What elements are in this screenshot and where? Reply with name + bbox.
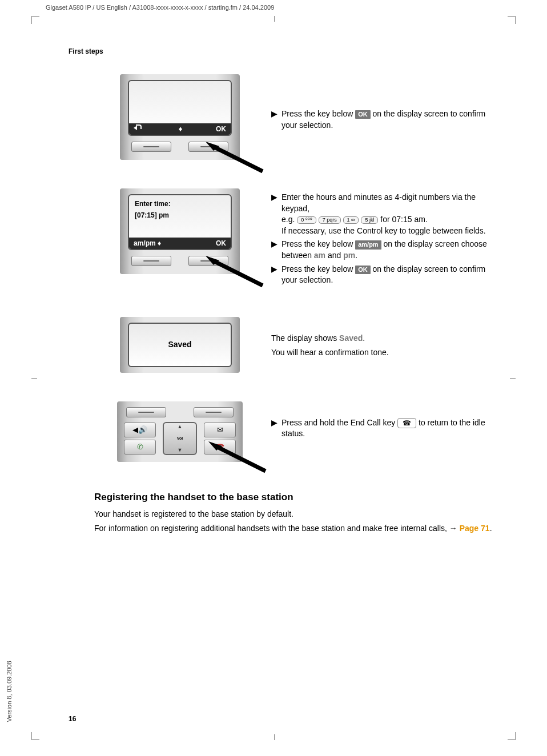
text: e.g.: [281, 215, 297, 224]
phone-screen: Enter time: [07:15] pm am/pm ♦ OK: [128, 194, 232, 250]
end-call-icon: ☎: [397, 418, 416, 429]
step-row: ♦ OK ▶ Press the key below OK on the dis…: [100, 74, 494, 160]
speaker-key: ◀🔊: [124, 423, 156, 437]
crop-mark: [31, 16, 39, 24]
screen-line: Enter time:: [131, 198, 228, 211]
instruction: ▶ Enter the hours and minutes as 4-digit…: [271, 192, 494, 236]
version-label: Version 8, 03.09.2008: [5, 661, 14, 722]
text: Press the key below: [281, 239, 355, 248]
phone-screen: Saved: [128, 323, 232, 367]
running-head: First steps: [69, 47, 103, 57]
text: for 07:15 am.: [380, 215, 428, 224]
instruction: ▶ Press the key below am/pm on the displ…: [271, 239, 494, 261]
bullet-icon: ▶: [271, 239, 281, 261]
step-row: Enter time: [07:15] pm am/pm ♦ OK: [100, 188, 494, 288]
phone-illustration: ♦ OK: [120, 74, 240, 160]
nav-key: ▲ Vol ▼: [163, 422, 197, 455]
crop-mark: [508, 732, 516, 740]
phone-illustration: Saved: [120, 317, 240, 373]
soft-key-left: [126, 407, 166, 417]
softkey-bar: ♦ OK: [129, 123, 231, 135]
text: Enter the hours and minutes as 4-digit n…: [281, 192, 476, 213]
bullet-icon: ▶: [271, 417, 281, 440]
soft-key-right: [194, 407, 234, 417]
softkey-label: OK: [203, 239, 226, 248]
keypad-key: 1 ∞: [343, 216, 359, 224]
bullet-icon: ▶: [271, 192, 281, 236]
crop-mark: [31, 732, 39, 740]
soft-key-right: [188, 142, 228, 152]
talk-key: ✆: [124, 440, 156, 455]
phone-illustration: Enter time: [07:15] pm am/pm ♦ OK: [120, 188, 240, 274]
keypad-key: 7 pqrs: [319, 216, 341, 224]
paragraph: Your handset is registered to the base s…: [94, 509, 494, 520]
page-number: 16: [69, 714, 76, 724]
end-call-key: ☎: [204, 440, 236, 455]
arrow-icon: →: [449, 524, 457, 533]
instruction: ▶ Press the key below OK on the display …: [271, 108, 494, 131]
crop-mark: [274, 734, 275, 740]
bullet-icon: ▶: [271, 264, 281, 286]
soft-key-right: [188, 256, 228, 266]
text: The display shows Saved.: [271, 333, 494, 344]
updown-icon: ♦: [168, 124, 191, 134]
section-heading: Registering the handset to the base stat…: [94, 490, 494, 504]
text: .: [355, 251, 357, 260]
crop-mark: [508, 16, 516, 24]
screen-line: [07:15] pm: [131, 211, 228, 220]
instruction: ▶ Press and hold the End Call key ☎ to r…: [271, 417, 494, 440]
ampm-label: am/pm: [355, 240, 381, 249]
doc-header: Gigaset A580 IP / US English / A31008-xx…: [46, 3, 274, 12]
text: Press and hold the End Call key: [281, 418, 397, 427]
step-row: Saved The display shows Saved. You will …: [100, 317, 494, 373]
crop-mark: [274, 16, 275, 22]
softkey-label: am/pm ♦: [134, 239, 168, 248]
instruction: ▶ Press the key below OK on the display …: [271, 264, 494, 286]
bullet-icon: ▶: [271, 108, 281, 131]
text: am: [314, 251, 325, 260]
phone-illustration: ◀🔊 ✆ ▲ Vol ▼ ✉ ☎: [117, 401, 243, 462]
softkey-label: OK: [203, 124, 226, 134]
section: Registering the handset to the base stat…: [94, 490, 494, 534]
text: If necessary, use the Control key to tog…: [281, 226, 486, 235]
soft-key-left: [131, 142, 171, 152]
text: You will hear a confirmation tone.: [271, 347, 494, 359]
text: pm: [343, 251, 355, 260]
page-link[interactable]: Page 71: [460, 524, 490, 533]
text: and: [325, 251, 343, 260]
keypad-key: 5 jkl: [361, 216, 378, 224]
text: Press the key below: [281, 109, 355, 118]
paragraph: For information on registering additiona…: [94, 523, 494, 534]
softkey-bar: am/pm ♦ OK: [129, 238, 231, 249]
soft-key-left: [131, 256, 171, 266]
page-content: ♦ OK ▶ Press the key below OK on the dis…: [100, 74, 494, 538]
back-icon: [134, 124, 156, 134]
crop-mark: [510, 378, 516, 379]
crop-mark: [31, 378, 37, 379]
phone-screen: ♦ OK: [128, 80, 232, 136]
message-key: ✉: [204, 423, 236, 437]
ok-label: OK: [355, 266, 371, 274]
step-row: ◀🔊 ✆ ▲ Vol ▼ ✉ ☎: [100, 401, 494, 462]
text: Press the key below: [281, 264, 355, 274]
keypad-key: 0 ⁰⁰⁰: [297, 216, 316, 224]
ok-label: OK: [355, 110, 371, 119]
